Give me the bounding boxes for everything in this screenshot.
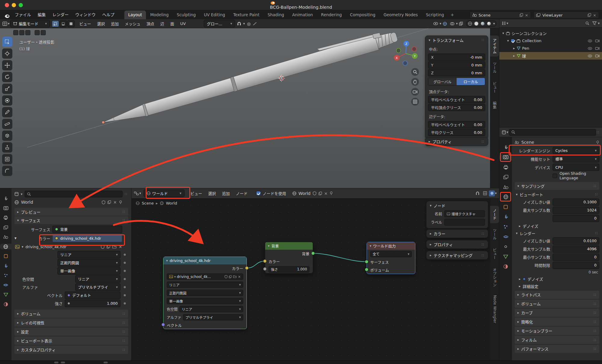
vector-input-socket[interactable] [161,323,165,326]
orientation-button[interactable]: グローバル [428,78,457,85]
npanel-tab[interactable]: ビュー [490,245,499,263]
background-node[interactable]: ▾ 背景 背景 カラー 強さ 1.000 [265,242,313,273]
volume-input-socket[interactable] [365,268,368,271]
tool-settings-icon[interactable] [25,30,30,35]
particles-properties-tab[interactable] [499,224,512,230]
3d-viewport[interactable]: ▾ 編集モード ▾ ビュー選択追加メッシュ頂点辺面UV グロー...▾ ▾ [0,19,499,188]
render-visibility-camera-icon[interactable] [595,47,600,50]
collapsed-section-header[interactable]: ▸モーションブラー∷ [515,327,599,335]
decorator-dot[interactable] [124,286,126,288]
world-properties-tab[interactable] [499,194,512,200]
render-visibility-camera-icon[interactable] [595,54,600,57]
minimize-window-button[interactable] [12,3,16,7]
properties-editor-icon[interactable] [502,130,506,134]
new-scene-icon[interactable] [520,13,523,17]
copy-datablock-icon[interactable] [229,275,232,278]
viewport-sampling-subheader[interactable]: ▾ビューポート∷ [515,191,599,198]
filter-funnel-icon[interactable] [591,21,598,25]
npanel-tab[interactable]: アイテム [490,35,499,57]
sampling-value-field[interactable]: 0.0100 [553,237,599,245]
sampling-value-field[interactable]: 0 [553,254,599,261]
shader-datablock-name[interactable]: World [299,191,311,196]
vertex-data-field[interactable]: 平均ベベルウェイト0.00 [428,96,485,103]
scale-tool-button[interactable] [2,84,12,94]
osl-checkbox[interactable] [553,174,557,178]
preview-section-header[interactable]: ▸プレビュー∷ [14,208,128,216]
npanel-tab[interactable]: Node Wrangler [490,292,499,326]
decorator-dot[interactable] [124,302,126,304]
image-option-dropdown[interactable]: 単一画像▾ [57,267,120,275]
open-file-folder-icon[interactable] [112,245,116,248]
viewport-menu-item[interactable]: UV [177,20,189,27]
colorspace-dropdown[interactable]: リニア▾ [75,275,120,283]
strength-slider[interactable]: 1.000 [65,300,120,307]
shader-editor[interactable]: ▾ ワールド ▾ ビュー選択追加ノード ノードを使用 World × [132,188,499,360]
unlink-image-icon[interactable]: × [238,275,241,279]
editor-type-chevron[interactable]: ▾ [8,22,10,26]
axis-value-field[interactable]: X-0 mm [428,54,485,61]
snap-node-icon[interactable] [474,191,481,196]
npanel-tab[interactable]: ビュー [490,79,499,96]
render-visibility-camera-icon[interactable] [595,39,600,42]
ortho-grid-icon[interactable] [411,98,419,106]
node-label-field[interactable] [444,219,485,226]
node-image-datablock-field[interactable]: ▾ driving_school_4k... × [167,273,243,280]
shader-editor-type-icon[interactable] [134,191,139,196]
viewlayer-properties-tab[interactable] [499,174,512,180]
vector-field[interactable]: デフォルト [65,292,120,299]
collapsed-section-header[interactable]: ▸カーブ∷ [515,309,599,317]
orientation-gizmo[interactable]: Z X Y [391,39,420,68]
physics-properties-tab[interactable] [0,282,11,288]
node-panel-section-header[interactable]: ▸プロパティ∷ [426,240,488,249]
copy-datablock-icon[interactable] [107,245,110,248]
viewport-menu-item[interactable]: 頂点 [144,20,157,27]
physics-properties-tab[interactable] [499,234,512,239]
breadcrumb-scene[interactable]: Scene [142,201,154,205]
menu-item[interactable]: ヘルプ [99,10,118,19]
measure-tool-button[interactable] [2,119,12,129]
face-select-button[interactable] [67,20,75,27]
editor-type-icon[interactable] [2,22,7,26]
shader-menu-item[interactable]: 選択 [205,190,219,197]
image-option-dropdown[interactable]: 正距円筒図▾ [57,259,120,267]
fullscreen-window-button[interactable] [19,3,23,7]
strength-input-socket[interactable] [263,267,267,271]
surface-input-socket[interactable] [365,260,368,264]
feature-set-dropdown[interactable]: 標準▾ [553,155,599,162]
remove-viewlayer-icon[interactable]: × [593,13,596,17]
fake-user-shield-icon[interactable] [101,245,104,249]
tool-settings-icon[interactable] [19,30,24,35]
material-properties-tab[interactable] [0,301,11,307]
viewport-menu-item[interactable]: 追加 [108,20,122,27]
collapsed-section-header[interactable]: ▸設定∷ [14,328,128,336]
shader-menu-item[interactable]: ビュー [188,190,205,197]
render-denoise-subheader[interactable]: ▸ デノイズ [515,275,599,282]
color-output-socket[interactable] [245,266,249,270]
workspace-tab[interactable]: Geometry Nodes [380,11,422,19]
viewlayer-properties-tab[interactable] [0,224,11,230]
collapsed-section-header[interactable]: ▸パフォーマンス∷ [515,345,599,353]
collapsed-section-header[interactable]: ▸フィルム∷ [515,336,599,344]
collapsed-section-header[interactable]: ▸ボリューム∷ [515,300,599,308]
add-cube-tool-button[interactable] [2,131,12,141]
shading-material-icon[interactable] [480,21,485,26]
workspace-tab[interactable]: Rendering [317,11,346,19]
node-header[interactable]: ▾ ワールド出力 [367,242,415,250]
viewlayer-selector[interactable]: ViewLayer × [533,11,599,19]
new-datablock-icon[interactable] [107,200,111,204]
world-properties-tab[interactable] [0,244,11,249]
output-properties-tab[interactable] [499,164,512,170]
sampling-value-field[interactable]: 4096 [553,245,599,253]
new-viewlayer-icon[interactable] [588,13,591,17]
panel-drag-icon[interactable]: ∷ [482,38,485,42]
pin-icon[interactable] [596,140,599,144]
pen-model[interactable] [99,26,399,130]
menu-item[interactable]: ウィンドウ [72,10,99,19]
node-header[interactable]: ▾ 背景 [265,242,313,250]
properties-subpanel-header[interactable]: ▸ プロパティ ∷ [425,137,488,146]
image-option-dropdown[interactable]: リニア▾ [57,251,120,258]
output-properties-tab[interactable] [0,215,11,221]
collapsed-section-header[interactable]: ▸レイの可視性∷ [14,319,128,327]
pan-hand-icon[interactable] [411,78,419,86]
rotate-tool-button[interactable] [2,72,12,82]
